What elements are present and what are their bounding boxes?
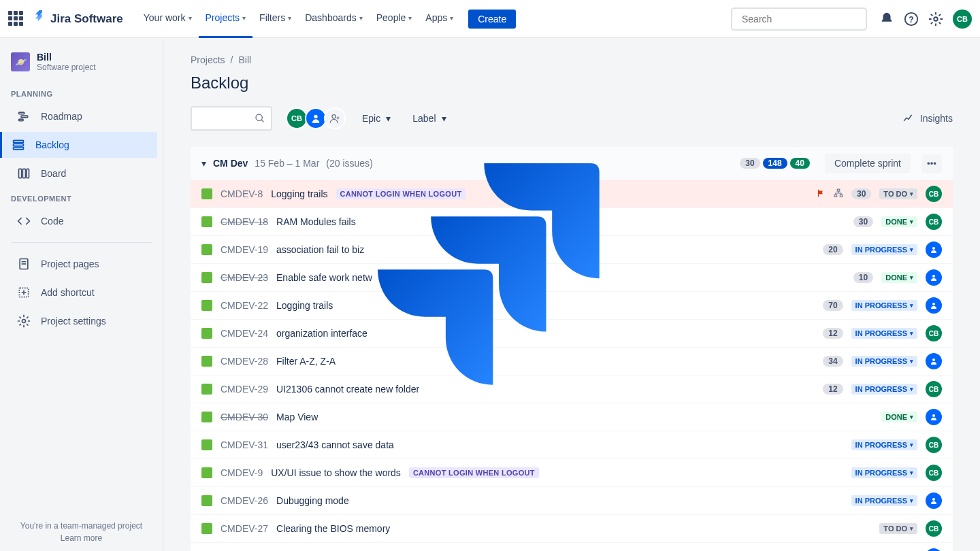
- pill-done: 40: [790, 158, 810, 169]
- user-avatar[interactable]: CB: [953, 10, 972, 29]
- issue-key: CMDEV-22: [220, 300, 268, 311]
- status-dropdown[interactable]: IN PROGRESS▾: [851, 384, 917, 395]
- sidebar-item-settings[interactable]: Project settings: [5, 308, 157, 334]
- project-type: Software project: [37, 63, 96, 72]
- status-dropdown[interactable]: IN PROGRESS▾: [851, 244, 917, 255]
- nav-projects[interactable]: Projects▾: [199, 0, 253, 38]
- sidebar-item-backlog[interactable]: Backlog: [0, 132, 157, 158]
- issue-row[interactable]: CMDEV-26Dubugging modeIN PROGRESS▾: [191, 486, 953, 514]
- jira-logo[interactable]: Jira Software: [33, 10, 123, 27]
- status-dropdown[interactable]: TO DO▾: [879, 188, 917, 199]
- status-dropdown[interactable]: DONE▾: [881, 216, 917, 227]
- status-dropdown[interactable]: IN PROGRESS▾: [851, 328, 917, 339]
- story-icon: [201, 467, 212, 478]
- create-button[interactable]: Create: [468, 10, 516, 29]
- gear-icon: [16, 314, 31, 329]
- story-icon: [201, 384, 212, 395]
- nav-dashboards[interactable]: Dashboards▾: [298, 0, 370, 38]
- status-dropdown[interactable]: IN PROGRESS▾: [851, 467, 917, 478]
- notifications-icon[interactable]: [879, 12, 894, 27]
- project-header[interactable]: 🪐 Bill Software project: [0, 52, 163, 83]
- story-icon: [201, 328, 212, 339]
- chevron-down-icon: ▾: [910, 274, 913, 281]
- sidebar-item-board[interactable]: Board: [5, 161, 157, 186]
- issue-row[interactable]: CMDEV-29UI21306 cannot create new folder…: [191, 375, 953, 403]
- assignee-avatar[interactable]: [926, 269, 942, 286]
- assignee-avatar[interactable]: CB: [926, 325, 942, 341]
- issue-row[interactable]: CMDEV-18RAM Modules fails30DONE▾CB: [191, 207, 953, 235]
- breadcrumb-projects[interactable]: Projects: [191, 54, 225, 65]
- issue-key: CMDEV-8: [220, 188, 263, 199]
- sidebar-item-pages[interactable]: Project pages: [5, 251, 157, 277]
- insights-button[interactable]: Insights: [902, 112, 953, 124]
- issue-row[interactable]: CMDEV-23Enable safe work netw10DONE▾: [191, 263, 953, 291]
- search-input[interactable]: [731, 7, 867, 31]
- sidebar-item-roadmap[interactable]: Roadmap: [5, 103, 157, 129]
- nav-apps[interactable]: Apps▾: [419, 0, 460, 38]
- issue-row[interactable]: CMDEV-30Map ViewDONE▾: [191, 403, 953, 431]
- story-points: 30: [853, 216, 873, 227]
- sprint-dates: 15 Feb – 1 Mar: [255, 158, 319, 169]
- app-switcher-icon[interactable]: [8, 11, 24, 27]
- issue-row[interactable]: CMDEV-28Filter A-Z, Z-A34IN PROGRESS▾: [191, 347, 953, 375]
- chevron-down-icon: ▾: [910, 330, 913, 337]
- issue-key: CMDEV-27: [220, 523, 268, 534]
- issue-row[interactable]: CMDEV-31user23/43 cannot save dataIN PRO…: [191, 431, 953, 458]
- assignee-avatar[interactable]: [926, 492, 942, 509]
- status-dropdown[interactable]: IN PROGRESS▾: [851, 356, 917, 367]
- epic-badge[interactable]: CANNOT LOGIN WHEN LOGOUT: [336, 188, 466, 199]
- epic-dropdown[interactable]: Epic▾: [357, 109, 396, 128]
- add-people[interactable]: [324, 107, 346, 129]
- assignee-avatar[interactable]: [926, 297, 942, 314]
- help-icon[interactable]: ?: [904, 12, 919, 27]
- nav-people[interactable]: People▾: [370, 0, 419, 38]
- epic-badge[interactable]: CANNOT LOGIN WHEN LOGOUT: [409, 467, 539, 478]
- sprint-collapse-toggle[interactable]: ▾: [201, 158, 206, 169]
- label-dropdown[interactable]: Label▾: [407, 109, 451, 128]
- assignee-avatar[interactable]: [926, 548, 942, 551]
- assignee-avatar[interactable]: CB: [926, 214, 942, 230]
- status-dropdown[interactable]: DONE▾: [881, 412, 917, 422]
- status-dropdown[interactable]: IN PROGRESS▾: [851, 495, 917, 506]
- issue-title: Clearing the BIOS memory: [276, 523, 390, 534]
- status-dropdown[interactable]: IN PROGRESS▾: [851, 439, 917, 450]
- filter-search[interactable]: [191, 106, 272, 131]
- svg-point-26: [932, 247, 935, 250]
- assignee-avatar[interactable]: [926, 353, 942, 369]
- svg-rect-10: [14, 147, 24, 149]
- status-dropdown[interactable]: TO DO▾: [879, 523, 917, 534]
- issue-row[interactable]: CMDEV-22Logging trails70IN PROGRESS▾: [191, 291, 953, 319]
- learn-more-link[interactable]: Learn more: [0, 533, 163, 543]
- chevron-down-icon: ▾: [910, 246, 913, 253]
- issue-row[interactable]: CMDEV-8Logging trailsCANNOT LOGIN WHEN L…: [191, 180, 953, 207]
- issue-row[interactable]: CMDEV-27Clearing the BIOS memoryTO DO▾CB: [191, 514, 953, 542]
- sidebar-item-shortcut[interactable]: Add shortcut: [5, 280, 157, 305]
- nav-your-work[interactable]: Your work▾: [137, 0, 199, 38]
- assignee-avatar[interactable]: CB: [926, 186, 942, 202]
- sprint-pills: 30 148 40: [740, 158, 810, 169]
- assignee-avatar[interactable]: CB: [926, 465, 942, 481]
- assignee-avatar[interactable]: CB: [926, 520, 942, 537]
- search-field[interactable]: [742, 14, 861, 24]
- svg-line-20: [261, 120, 263, 122]
- assignee-avatar[interactable]: [926, 409, 942, 425]
- svg-text:?: ?: [909, 14, 913, 24]
- assignee-avatar[interactable]: [926, 241, 942, 258]
- sprint-more-button[interactable]: •••: [921, 154, 942, 173]
- sidebar-item-code[interactable]: Code: [5, 208, 157, 234]
- issue-row[interactable]: CMDEV-33SEO - 302 redirectTO DO▾: [191, 542, 953, 551]
- nav-filters[interactable]: Filters▾: [252, 0, 298, 38]
- status-dropdown[interactable]: DONE▾: [881, 272, 917, 283]
- breadcrumb-project[interactable]: Bill: [238, 54, 251, 65]
- settings-icon[interactable]: [928, 12, 943, 27]
- assignee-filter: CB: [289, 107, 346, 129]
- assignee-avatar[interactable]: CB: [926, 381, 942, 397]
- issue-row[interactable]: CMDEV-24organization interface12IN PROGR…: [191, 319, 953, 347]
- status-dropdown[interactable]: IN PROGRESS▾: [851, 300, 917, 311]
- story-icon: [201, 356, 212, 367]
- issue-row[interactable]: CMDEV-9UX/UI issue to show the wordsCANN…: [191, 458, 953, 486]
- issue-row[interactable]: CMDEV-19association fail to biz20IN PROG…: [191, 235, 953, 263]
- complete-sprint-button[interactable]: Complete sprint: [825, 154, 911, 173]
- svg-rect-9: [14, 144, 24, 146]
- assignee-avatar[interactable]: CB: [926, 437, 942, 453]
